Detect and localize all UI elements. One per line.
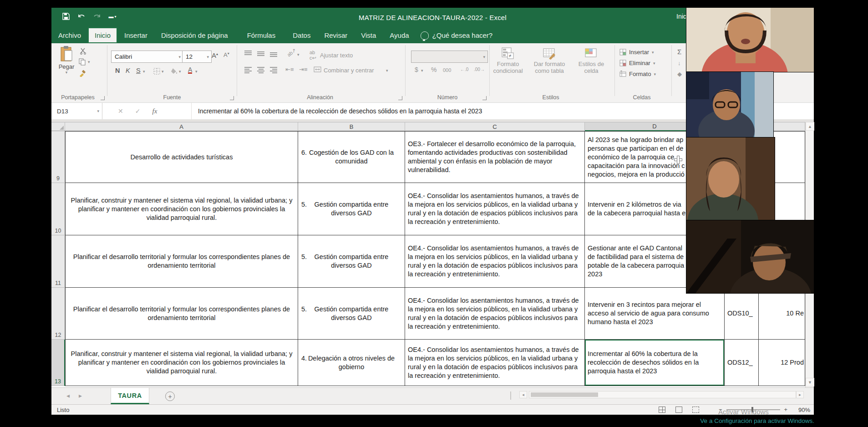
row-header-9[interactable]: 9 (51, 131, 65, 183)
cell-e12[interactable]: ODS10_ (725, 288, 759, 340)
cell-a13[interactable]: Planificar, construir y mantener el sist… (65, 340, 298, 386)
copy-icon[interactable] (79, 58, 86, 67)
format-cells-button[interactable]: Formato ▾ (619, 71, 656, 77)
row-header-13[interactable]: 13 (51, 340, 65, 386)
page-break-view-icon[interactable] (692, 407, 699, 413)
orientation-icon[interactable]: ab↗ (286, 47, 297, 58)
save-icon[interactable] (61, 12, 71, 21)
cancel-icon[interactable]: ✕ (118, 107, 123, 115)
cell-e13[interactable]: ODS12_ (725, 340, 759, 386)
sign-in-label-truncated[interactable]: Inic (676, 13, 686, 20)
bold-button[interactable]: N (115, 67, 120, 74)
sheet-prev-icon[interactable]: ◂ (66, 392, 70, 399)
scroll-up-icon[interactable]: ▲ (806, 122, 814, 131)
align-middle-icon[interactable] (257, 51, 264, 56)
normal-view-icon[interactable] (659, 407, 665, 413)
clear-icon[interactable]: ◆ (677, 71, 682, 77)
undo-icon[interactable] (77, 12, 86, 21)
cell-b10[interactable]: 5. Gestión compartida entre diversos GAD (298, 183, 405, 235)
insert-function-icon[interactable]: fx (152, 107, 157, 115)
cell-f12[interactable]: 10 Re (759, 288, 805, 340)
cell-c12[interactable]: OE4.- Consolidar los asentamientos human… (405, 288, 585, 340)
decrease-indent-icon[interactable]: ⇤≡ (285, 66, 294, 73)
tab-inicio[interactable]: Inicio (88, 27, 117, 43)
cell-b9[interactable]: 6. Cogestión de los GAD con la comunidad (298, 131, 405, 183)
tab-ayuda[interactable]: Ayuda (383, 27, 416, 43)
cut-icon[interactable] (80, 48, 86, 56)
font-color-icon[interactable]: A (188, 66, 192, 74)
font-name-combo[interactable]: Calibri ▾ (111, 51, 183, 63)
wrap-text-button[interactable]: Ajustar texto (320, 52, 353, 59)
increase-decimal-icon[interactable]: ←.0 (460, 67, 468, 72)
accounting-format-icon[interactable]: $ (415, 66, 418, 73)
new-sheet-icon[interactable]: + (165, 391, 175, 401)
align-bottom-icon[interactable] (270, 52, 277, 57)
participant-video-1[interactable] (686, 8, 814, 72)
percent-format-icon[interactable]: % (431, 66, 437, 73)
format-as-table-button[interactable]: Dar formato como tabla (531, 47, 568, 74)
number-format-combo[interactable]: ▾ (411, 51, 488, 63)
horizontal-scrollbar[interactable] (529, 391, 796, 398)
tell-me-box[interactable]: ¿Qué desea hacer? (416, 27, 497, 43)
cell-a10[interactable]: Planificar, construir y mantener el sist… (65, 183, 298, 235)
tab-datos[interactable]: Datos (286, 27, 317, 43)
cell-c11[interactable]: OE4.- Consolidar los asentamientos human… (405, 235, 585, 288)
portapapeles-dialog-launcher-icon[interactable] (101, 96, 105, 100)
decrease-font-icon[interactable]: A▾ (223, 51, 229, 58)
numero-dialog-launcher-icon[interactable] (482, 96, 487, 100)
sheet-next-icon[interactable]: ▸ (79, 392, 82, 399)
align-left-icon[interactable] (244, 67, 252, 73)
hscroll-left-icon[interactable]: ◂ (519, 391, 527, 398)
participant-video-2[interactable] (686, 72, 773, 137)
tab-disposicion[interactable]: Disposición de página (154, 27, 235, 43)
page-layout-view-icon[interactable] (675, 407, 682, 413)
row-header-12[interactable]: 12 (51, 288, 65, 340)
cell-a11[interactable]: Planificar el desarrollo territorial y f… (65, 235, 298, 288)
select-all-corner[interactable] (51, 122, 65, 131)
column-header-a[interactable]: A (65, 122, 298, 131)
tab-archivo[interactable]: Archivo (51, 27, 88, 43)
cell-f13[interactable]: 12 Prod (759, 340, 805, 386)
cell-d13-active[interactable]: Incrementar al 60% la cobertura de la re… (585, 340, 725, 386)
align-top-icon[interactable] (244, 51, 252, 55)
column-header-c[interactable]: C (405, 122, 585, 131)
alineacion-dialog-launcher-icon[interactable] (398, 96, 402, 100)
cell-c10[interactable]: OE4.- Consolidar los asentamientos human… (405, 183, 585, 235)
name-box[interactable]: D13 ▾ (51, 103, 102, 119)
tab-revisar[interactable]: Revisar (317, 27, 354, 43)
cell-d12[interactable]: Intervenir en 3 recintos para mejorar el… (585, 288, 725, 340)
underline-button[interactable]: S (136, 67, 141, 74)
tab-insertar[interactable]: Insertar (117, 27, 154, 43)
decrease-decimal-icon[interactable]: .00→ (474, 67, 485, 72)
row-header-10[interactable]: 10 (51, 183, 65, 235)
increase-font-icon[interactable]: A▴ (212, 51, 218, 59)
insert-cells-button[interactable]: Insertar ▾ (619, 49, 654, 56)
customize-quick-access-icon[interactable]: ▬▾ (108, 12, 117, 21)
hscroll-right-icon[interactable]: ▸ (796, 391, 804, 398)
merge-center-button[interactable]: Combinar y centrar (324, 67, 374, 74)
enter-icon[interactable]: ✓ (135, 107, 141, 115)
participant-video-4[interactable] (686, 220, 814, 293)
conditional-formatting-button[interactable]: ≠ Formato condicional (491, 47, 525, 74)
row-header-11[interactable]: 11 (51, 235, 65, 288)
cell-c13[interactable]: OE4.- Consolidar los asentamientos human… (405, 340, 585, 386)
fill-down-icon[interactable]: ↓ (678, 60, 681, 66)
zoom-level[interactable]: 90% (798, 407, 810, 413)
borders-icon[interactable] (153, 68, 160, 76)
delete-cells-button[interactable]: Eliminar ▾ (619, 60, 655, 66)
participant-video-3[interactable] (686, 137, 775, 220)
cell-a12[interactable]: Planificar el desarrollo territorial y f… (65, 288, 298, 340)
redo-icon[interactable] (92, 12, 102, 21)
autosum-icon[interactable]: Σ (677, 48, 681, 56)
tab-scrollbar-splitter[interactable] (510, 391, 511, 400)
cell-b11[interactable]: 5. Gestión compartida entre diversos GAD (298, 235, 405, 288)
cell-b13[interactable]: 4. Delegación a otros niveles de gobiern… (298, 340, 405, 386)
column-header-b[interactable]: B (298, 122, 405, 131)
thousands-format-icon[interactable]: 000 (443, 67, 451, 73)
paste-button[interactable]: Pegar ▾ (56, 46, 77, 75)
hscroll-thumb[interactable] (531, 392, 598, 397)
fuente-dialog-launcher-icon[interactable] (230, 96, 234, 100)
cell-c9[interactable]: OE3.- Fortalecer el desarrollo económico… (405, 131, 585, 183)
tab-formulas[interactable]: Fórmulas (240, 27, 283, 43)
cell-b12[interactable]: 5. Gestión compartida entre diversos GAD (298, 288, 405, 340)
